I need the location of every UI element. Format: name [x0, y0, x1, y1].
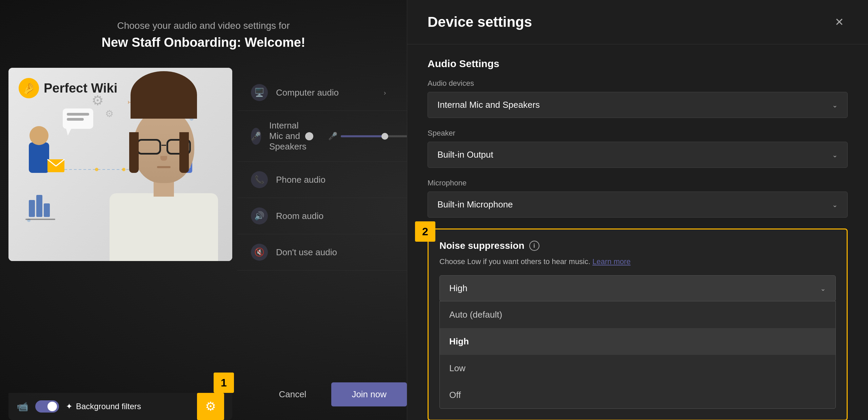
ns-option-auto[interactable]: Auto (default) [440, 301, 835, 328]
video-inner: ⚙ ⚙ ✈ [8, 68, 232, 261]
wiki-icon: 🤌 [19, 78, 39, 98]
computer-audio-info: Computer audio [276, 87, 368, 98]
wiki-brand-text: Perfect Wiki [44, 81, 117, 96]
device-settings-panel: Device settings ✕ Audio Settings Audio d… [407, 0, 868, 420]
no-audio-icon: 🔇 [251, 244, 268, 261]
audio-devices-chevron: ⌄ [832, 101, 838, 109]
computer-audio-icon: 🖥️ [251, 84, 268, 101]
svg-rect-21 [29, 200, 35, 217]
svg-rect-23 [44, 203, 50, 217]
audio-settings-title: Audio Settings [428, 58, 848, 69]
svg-rect-22 [36, 195, 42, 217]
speaker-dropdown[interactable]: Built-in Output ⌄ [428, 142, 848, 168]
ns-dropdown-options: Auto (default) High Low Off [439, 301, 836, 409]
noise-suppression-box: 2 Noise suppression i Choose Low if you … [428, 228, 848, 420]
mic-mute-icon: 🎤 [328, 132, 337, 141]
cancel-button[interactable]: Cancel [262, 382, 323, 406]
ns-selected-value: High [449, 283, 467, 294]
camera-toggle[interactable] [35, 400, 59, 413]
svg-rect-14 [67, 113, 89, 116]
ns-option-high-label: High [449, 336, 469, 347]
svg-point-4 [29, 126, 48, 145]
microphone-dropdown[interactable]: Built-in Microphone ⌄ [428, 192, 848, 218]
noise-suppression-info-icon[interactable]: i [529, 241, 539, 251]
svg-rect-3 [29, 142, 49, 173]
ns-chevron: ⌄ [820, 284, 826, 293]
svg-rect-15 [67, 118, 84, 121]
svg-marker-13 [66, 129, 71, 136]
ns-option-low[interactable]: Low [440, 355, 835, 382]
video-controls-bar: 📹 ✦ Background filters ⚙ [8, 393, 232, 420]
close-panel-button[interactable]: ✕ [831, 14, 848, 31]
volume-slider[interactable] [341, 135, 409, 137]
no-audio-title: Don't use audio [276, 247, 393, 258]
ns-option-low-label: Low [449, 363, 466, 374]
ns-option-off[interactable]: Off [440, 382, 835, 408]
background-filters-button[interactable]: ✦ Background filters [66, 402, 141, 411]
learn-more-link[interactable]: Learn more [592, 257, 631, 266]
gear-icon: ⚙ [205, 399, 216, 414]
computer-audio-title: Computer audio [276, 87, 368, 98]
microphone-value: Built-in Microphone [437, 199, 513, 210]
audio-devices-dropdown[interactable]: Internal Mic and Speakers ⌄ [428, 92, 848, 118]
phone-audio-info: Phone audio [276, 175, 393, 185]
audio-devices-value: Internal Mic and Speakers [437, 100, 540, 110]
speaker-label: Speaker [428, 129, 848, 138]
ns-option-auto-label: Auto (default) [449, 309, 502, 320]
video-preview: ⚙ ⚙ ✈ [8, 68, 232, 261]
phone-audio-title: Phone audio [276, 175, 393, 185]
bg-filters-label: Background filters [76, 402, 141, 411]
camera-icon: 📹 [17, 401, 28, 412]
audio-option-computer[interactable]: 🖥️ Computer audio › [237, 75, 407, 111]
audio-option-room[interactable]: 🔊 Room audio [237, 198, 407, 234]
badge-1: 1 [214, 373, 234, 393]
ns-option-off-label: Off [449, 390, 461, 400]
volume-thumb[interactable] [381, 133, 388, 140]
phone-icon: 📞 [251, 171, 268, 188]
volume-fill [341, 135, 385, 137]
room-icon: 🔊 [251, 207, 268, 224]
audio-devices-label: Audio devices [428, 79, 848, 88]
filters-icon: ✦ [66, 402, 73, 411]
ns-title: Noise suppression [439, 240, 525, 251]
audio-option-internal-mic[interactable]: 🎤 Internal Mic and Speakers 🎤 [237, 111, 407, 162]
settings-gear-button[interactable]: ⚙ [197, 393, 224, 420]
no-audio-info: Don't use audio [276, 247, 393, 258]
person-shape [110, 95, 218, 261]
room-audio-title: Room audio [276, 211, 393, 221]
bottom-actions: Cancel Join now [237, 382, 407, 406]
speaker-value: Built-in Output [437, 149, 493, 160]
ns-selected-dropdown[interactable]: High ⌄ [439, 275, 836, 301]
room-audio-info: Room audio [276, 211, 393, 221]
close-icon: ✕ [835, 16, 844, 28]
ns-desc-text: Choose Low if you want others to hear mu… [439, 257, 590, 266]
header-title: New Staff Onboarding: Welcome! [0, 35, 407, 50]
audio-option-phone[interactable]: 📞 Phone audio [237, 162, 407, 198]
mic-icon: 🎤 [251, 128, 261, 145]
panel-body: Audio Settings Audio devices Internal Mi… [407, 44, 868, 420]
svg-rect-24 [25, 219, 55, 220]
computer-audio-arrow: › [376, 84, 393, 101]
panel-title: Device settings [428, 14, 532, 30]
wiki-brand: 🤌 Perfect Wiki [19, 78, 117, 98]
internal-mic-title: Internal Mic and Speakers [269, 120, 307, 152]
ns-description: Choose Low if you want others to hear mu… [439, 256, 836, 267]
header-subtitle: Choose your audio and video settings for [0, 20, 407, 31]
join-now-button[interactable]: Join now [331, 382, 407, 406]
badge-2: 2 [415, 221, 435, 242]
speaker-chevron: ⌄ [832, 151, 838, 159]
header-area: Choose your audio and video settings for… [0, 20, 407, 50]
internal-mic-info: Internal Mic and Speakers [269, 120, 307, 152]
ns-option-high[interactable]: High [440, 328, 835, 355]
ns-header: Noise suppression i [439, 240, 836, 251]
svg-point-27 [95, 168, 98, 171]
microphone-label: Microphone [428, 179, 848, 187]
audio-options-list: 🖥️ Computer audio › 🎤 Internal Mic and S… [237, 75, 407, 271]
audio-option-no-audio[interactable]: 🔇 Don't use audio [237, 234, 407, 271]
panel-header: Device settings ✕ [407, 0, 868, 44]
microphone-chevron: ⌄ [832, 201, 838, 209]
